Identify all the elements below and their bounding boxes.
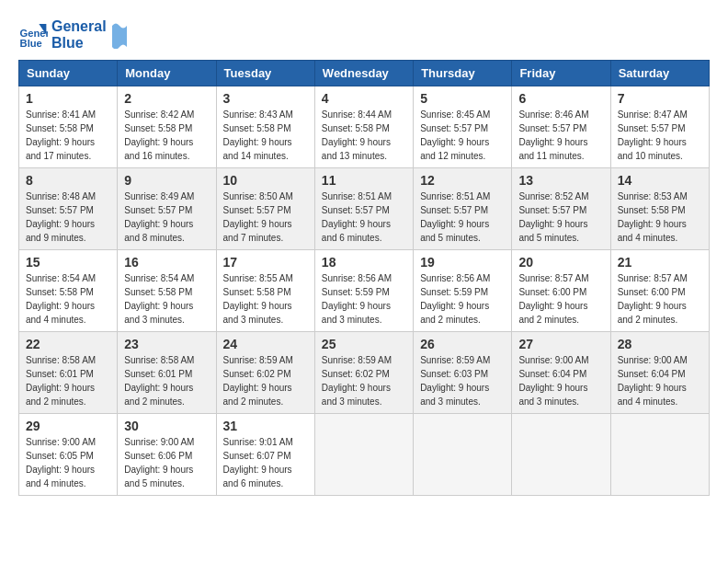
day-number: 27 — [518, 337, 603, 351]
calendar-table: SundayMondayTuesdayWednesdayThursdayFrid… — [18, 60, 710, 496]
col-header-saturday: Saturday — [610, 61, 709, 86]
calendar-cell — [610, 414, 709, 496]
calendar-cell: 10Sunrise: 8:50 AMSunset: 5:57 PMDayligh… — [216, 168, 314, 250]
day-info: Sunrise: 8:41 AMSunset: 5:58 PMDaylight:… — [26, 108, 110, 163]
calendar-cell: 2Sunrise: 8:42 AMSunset: 5:58 PMDaylight… — [118, 86, 216, 168]
day-number: 18 — [322, 255, 406, 270]
day-info: Sunrise: 9:00 AMSunset: 6:05 PMDaylight:… — [26, 435, 110, 490]
calendar-cell: 5Sunrise: 8:45 AMSunset: 5:57 PMDaylight… — [414, 86, 512, 168]
day-number: 23 — [124, 337, 209, 351]
day-info: Sunrise: 8:53 AMSunset: 5:58 PMDaylight:… — [618, 190, 702, 245]
calendar-cell — [314, 414, 413, 496]
day-number: 4 — [322, 91, 406, 106]
col-header-tuesday: Tuesday — [216, 61, 314, 86]
day-number: 24 — [223, 337, 308, 351]
day-info: Sunrise: 8:56 AMSunset: 5:59 PMDaylight:… — [420, 271, 505, 327]
calendar-cell: 3Sunrise: 8:43 AMSunset: 5:58 PMDaylight… — [216, 86, 314, 168]
calendar-cell: 18Sunrise: 8:56 AMSunset: 5:59 PMDayligh… — [314, 250, 413, 332]
day-number: 8 — [26, 173, 110, 188]
calendar-cell: 20Sunrise: 8:57 AMSunset: 6:00 PMDayligh… — [512, 250, 610, 332]
calendar-cell: 7Sunrise: 8:47 AMSunset: 5:57 PMDaylight… — [610, 86, 709, 168]
page-header: General Blue General Blue — [18, 18, 710, 51]
day-number: 10 — [223, 173, 308, 188]
col-header-monday: Monday — [118, 61, 216, 86]
day-info: Sunrise: 8:45 AMSunset: 5:57 PMDaylight:… — [420, 108, 505, 163]
calendar-cell: 22Sunrise: 8:58 AMSunset: 6:01 PMDayligh… — [19, 332, 118, 414]
day-info: Sunrise: 8:58 AMSunset: 6:01 PMDaylight:… — [124, 353, 209, 408]
day-number: 3 — [223, 91, 308, 106]
calendar-cell: 30Sunrise: 9:00 AMSunset: 6:06 PMDayligh… — [118, 414, 216, 496]
calendar-cell: 24Sunrise: 8:59 AMSunset: 6:02 PMDayligh… — [216, 332, 314, 414]
calendar-cell: 15Sunrise: 8:54 AMSunset: 5:58 PMDayligh… — [19, 250, 118, 332]
day-number: 7 — [618, 91, 702, 106]
calendar-cell: 31Sunrise: 9:01 AMSunset: 6:07 PMDayligh… — [216, 414, 314, 496]
calendar-cell: 14Sunrise: 8:53 AMSunset: 5:58 PMDayligh… — [610, 168, 709, 250]
day-number: 20 — [518, 255, 603, 270]
calendar-cell: 12Sunrise: 8:51 AMSunset: 5:57 PMDayligh… — [414, 168, 512, 250]
calendar-cell: 17Sunrise: 8:55 AMSunset: 5:58 PMDayligh… — [216, 250, 314, 332]
day-info: Sunrise: 8:50 AMSunset: 5:57 PMDaylight:… — [223, 190, 308, 245]
calendar-cell: 6Sunrise: 8:46 AMSunset: 5:57 PMDaylight… — [512, 86, 610, 168]
day-number: 2 — [124, 91, 209, 106]
day-number: 21 — [618, 255, 702, 270]
day-number: 31 — [223, 419, 308, 433]
day-number: 26 — [420, 337, 505, 351]
day-info: Sunrise: 8:44 AMSunset: 5:58 PMDaylight:… — [322, 108, 406, 163]
calendar-cell: 27Sunrise: 9:00 AMSunset: 6:04 PMDayligh… — [512, 332, 610, 414]
calendar-cell: 19Sunrise: 8:56 AMSunset: 5:59 PMDayligh… — [414, 250, 512, 332]
day-number: 12 — [420, 173, 505, 188]
calendar-cell: 4Sunrise: 8:44 AMSunset: 5:58 PMDaylight… — [314, 86, 413, 168]
col-header-thursday: Thursday — [414, 61, 512, 86]
day-info: Sunrise: 9:01 AMSunset: 6:07 PMDaylight:… — [223, 435, 308, 490]
day-info: Sunrise: 8:47 AMSunset: 5:57 PMDaylight:… — [618, 108, 702, 163]
day-number: 14 — [618, 173, 702, 188]
day-info: Sunrise: 8:59 AMSunset: 6:03 PMDaylight:… — [420, 353, 505, 408]
day-number: 25 — [322, 337, 406, 351]
calendar-cell: 29Sunrise: 9:00 AMSunset: 6:05 PMDayligh… — [19, 414, 118, 496]
calendar-week-row: 15Sunrise: 8:54 AMSunset: 5:58 PMDayligh… — [19, 250, 710, 332]
day-info: Sunrise: 8:51 AMSunset: 5:57 PMDaylight:… — [322, 190, 406, 245]
day-info: Sunrise: 8:52 AMSunset: 5:57 PMDaylight:… — [518, 190, 603, 245]
svg-text:Blue: Blue — [20, 37, 42, 48]
col-header-sunday: Sunday — [19, 61, 118, 86]
calendar-cell: 11Sunrise: 8:51 AMSunset: 5:57 PMDayligh… — [314, 168, 413, 250]
calendar-cell: 9Sunrise: 8:49 AMSunset: 5:57 PMDaylight… — [118, 168, 216, 250]
calendar-cell — [414, 414, 512, 496]
calendar-cell: 28Sunrise: 9:00 AMSunset: 6:04 PMDayligh… — [610, 332, 709, 414]
day-info: Sunrise: 9:00 AMSunset: 6:06 PMDaylight:… — [124, 435, 209, 490]
day-number: 16 — [124, 255, 209, 270]
calendar-cell — [512, 414, 610, 496]
logo-icon: General Blue — [18, 20, 48, 50]
day-number: 5 — [420, 91, 505, 106]
calendar-cell: 16Sunrise: 8:54 AMSunset: 5:58 PMDayligh… — [118, 250, 216, 332]
day-info: Sunrise: 8:54 AMSunset: 5:58 PMDaylight:… — [124, 271, 209, 327]
day-info: Sunrise: 8:56 AMSunset: 5:59 PMDaylight:… — [322, 271, 406, 327]
day-info: Sunrise: 8:48 AMSunset: 5:57 PMDaylight:… — [26, 190, 110, 245]
day-number: 30 — [124, 419, 209, 433]
day-info: Sunrise: 9:00 AMSunset: 6:04 PMDaylight:… — [518, 353, 603, 408]
day-number: 19 — [420, 255, 505, 270]
calendar-cell: 21Sunrise: 8:57 AMSunset: 6:00 PMDayligh… — [610, 250, 709, 332]
calendar-week-row: 1Sunrise: 8:41 AMSunset: 5:58 PMDaylight… — [19, 86, 710, 168]
day-number: 17 — [223, 255, 308, 270]
day-number: 13 — [518, 173, 603, 188]
calendar-cell: 1Sunrise: 8:41 AMSunset: 5:58 PMDaylight… — [19, 86, 118, 168]
calendar-week-row: 8Sunrise: 8:48 AMSunset: 5:57 PMDaylight… — [19, 168, 710, 250]
calendar-week-row: 22Sunrise: 8:58 AMSunset: 6:01 PMDayligh… — [19, 332, 710, 414]
day-number: 6 — [518, 91, 603, 106]
day-info: Sunrise: 9:00 AMSunset: 6:04 PMDaylight:… — [618, 353, 702, 408]
calendar-cell: 26Sunrise: 8:59 AMSunset: 6:03 PMDayligh… — [414, 332, 512, 414]
col-header-wednesday: Wednesday — [314, 61, 413, 86]
calendar-header-row: SundayMondayTuesdayWednesdayThursdayFrid… — [19, 61, 710, 86]
day-number: 1 — [26, 91, 110, 106]
day-info: Sunrise: 8:46 AMSunset: 5:57 PMDaylight:… — [518, 108, 603, 163]
calendar-cell: 8Sunrise: 8:48 AMSunset: 5:57 PMDaylight… — [19, 168, 118, 250]
day-number: 15 — [26, 255, 110, 270]
calendar-cell: 23Sunrise: 8:58 AMSunset: 6:01 PMDayligh… — [118, 332, 216, 414]
logo-wave-icon — [110, 21, 131, 49]
day-info: Sunrise: 8:58 AMSunset: 6:01 PMDaylight:… — [26, 353, 110, 408]
col-header-friday: Friday — [512, 61, 610, 86]
day-number: 9 — [124, 173, 209, 188]
day-number: 29 — [26, 419, 110, 433]
logo: General Blue General Blue — [18, 18, 131, 51]
